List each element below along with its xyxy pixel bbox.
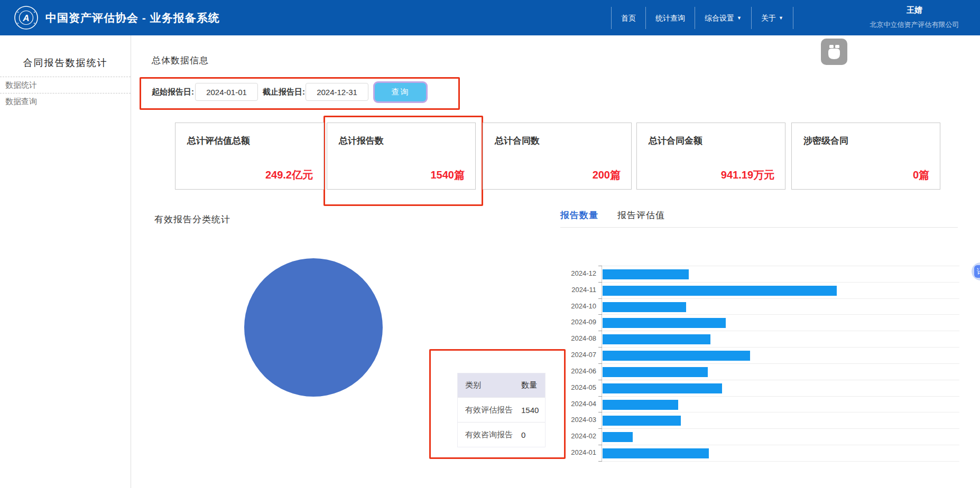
sidebar-item-2[interactable]: 数据查询: [0, 93, 131, 109]
start-date-input[interactable]: [195, 83, 258, 101]
bar-axis-label: 2024-01: [538, 445, 596, 461]
chart-tabs: 报告数量报告评估值: [560, 209, 665, 221]
bar-row: [602, 347, 959, 363]
bar: [603, 416, 681, 426]
stat-card-value: 0篇: [913, 168, 929, 182]
bar-axis-label: 2024-10: [538, 298, 596, 315]
end-date-label: 截止报告日:: [263, 87, 305, 97]
table-header-row: 类别数量: [458, 373, 545, 397]
bar-axis-label: 2024-07: [538, 347, 596, 363]
chevron-down-icon: ▼: [779, 7, 783, 29]
nav-item-4[interactable]: 关于▼: [752, 7, 793, 29]
end-date-input[interactable]: [306, 83, 368, 101]
pie-chart: [244, 258, 383, 397]
tabs-underline: [560, 227, 958, 228]
stat-card-1: 总计评估值总额249.2亿元: [175, 123, 324, 190]
bar: [603, 432, 633, 442]
stat-card-2: 总计报告数1540篇: [327, 123, 476, 190]
stat-card-value: 941.19万元: [721, 168, 774, 182]
user-info[interactable]: 王婧 北京中立信资产评估有限公司: [856, 0, 973, 30]
main-nav: 首页统计查询综合设置▼关于▼: [611, 0, 793, 35]
stat-card-title: 总计合同数: [495, 135, 540, 147]
bar-axis-label: 2024-08: [538, 331, 596, 347]
start-date-label: 起始报告日:: [152, 87, 194, 97]
stat-card-title: 总计评估值总额: [187, 135, 250, 147]
section-title-overview: 总体数据信息: [152, 54, 209, 67]
mouse-icon: [821, 39, 847, 65]
stat-card-4: 总计合同金额941.19万元: [636, 123, 785, 190]
user-name: 王婧: [856, 5, 973, 15]
bar-row: [602, 298, 959, 315]
bar-axis-label: 2024-03: [538, 412, 596, 428]
sidebar-title: 合同报告数据统计: [0, 57, 131, 69]
table-header-cell: 数量: [521, 380, 537, 390]
bar: [603, 302, 686, 312]
translate-fab[interactable]: 译: [972, 262, 980, 280]
translate-icon: 译: [974, 265, 980, 278]
stat-card-value: 1540篇: [431, 168, 465, 182]
bar-chart-axis-labels: 2024-122024-112024-102024-092024-082024-…: [538, 266, 596, 461]
table-cell-category: 有效评估报告: [458, 405, 521, 415]
user-company: 北京中立信资产评估有限公司: [856, 20, 973, 30]
stat-card-value: 200篇: [593, 168, 621, 182]
accessibility-widget-button[interactable]: [821, 39, 847, 65]
bar: [603, 318, 726, 328]
bar-axis-label: 2024-04: [538, 396, 596, 412]
table-cell-count: 1540: [521, 406, 539, 415]
sidebar-item-1[interactable]: 数据统计: [0, 77, 131, 93]
bar-row: [602, 314, 959, 331]
stat-card-5: 涉密级合同0篇: [791, 123, 940, 190]
bar: [603, 269, 689, 279]
bar-row: [602, 266, 959, 282]
bar: [603, 367, 708, 377]
bar-row: [602, 445, 959, 461]
nav-item-3[interactable]: 综合设置▼: [695, 7, 752, 29]
stat-card-title: 总计报告数: [339, 135, 384, 147]
bar-row: [602, 412, 959, 428]
bar-row: [602, 331, 959, 347]
legend-table: 类别数量有效评估报告1540有效咨询报告0: [457, 373, 546, 447]
table-row: 有效评估报告1540: [458, 397, 545, 422]
sidebar: 合同报告数据统计 数据统计数据查询: [0, 35, 131, 488]
nav-item-1[interactable]: 首页: [611, 7, 646, 29]
nav-item-2[interactable]: 统计查询: [646, 7, 695, 29]
bar-row: [602, 396, 959, 412]
bar: [603, 334, 710, 344]
bar: [603, 286, 837, 296]
bar-axis-label: 2024-02: [538, 428, 596, 445]
svg-text:A: A: [22, 13, 29, 23]
tab-2[interactable]: 报告评估值: [617, 209, 665, 221]
table-row: 有效咨询报告0: [458, 422, 545, 447]
sidebar-menu: 数据统计数据查询: [0, 77, 131, 109]
bar: [603, 448, 709, 458]
stat-card-title: 涉密级合同: [803, 135, 848, 147]
table-cell-count: 0: [521, 430, 525, 439]
stat-card-value: 249.2亿元: [265, 168, 313, 182]
stat-card-3: 总计合同数200篇: [483, 123, 632, 190]
bar: [603, 400, 678, 410]
bar-axis-label: 2024-06: [538, 363, 596, 380]
bar-axis-label: 2024-05: [538, 380, 596, 396]
app-title: 中国资产评估协会 - 业务报备系统: [45, 0, 220, 35]
pie-section-title: 有效报告分类统计: [154, 213, 230, 226]
bar-row: [602, 380, 959, 396]
bar-axis-label: 2024-09: [538, 314, 596, 331]
stat-card-title: 总计合同金额: [649, 135, 702, 147]
association-logo-icon: A: [14, 5, 39, 30]
bar-chart: [602, 266, 959, 462]
table-header-cell: 类别: [458, 380, 521, 390]
chevron-down-icon: ▼: [737, 7, 742, 29]
query-button[interactable]: 查询: [373, 81, 428, 103]
tab-1[interactable]: 报告数量: [560, 209, 598, 221]
app-header: A 中国资产评估协会 - 业务报备系统 首页统计查询综合设置▼关于▼ 王婧 北京…: [0, 0, 980, 35]
bar-axis-label: 2024-12: [538, 266, 596, 282]
bar: [603, 351, 750, 361]
bar-axis-label: 2024-11: [538, 282, 596, 298]
bar-row: [602, 428, 959, 445]
bar: [603, 383, 722, 393]
bar-row: [602, 282, 959, 298]
bar-row: [602, 363, 959, 380]
table-cell-category: 有效咨询报告: [458, 430, 521, 440]
